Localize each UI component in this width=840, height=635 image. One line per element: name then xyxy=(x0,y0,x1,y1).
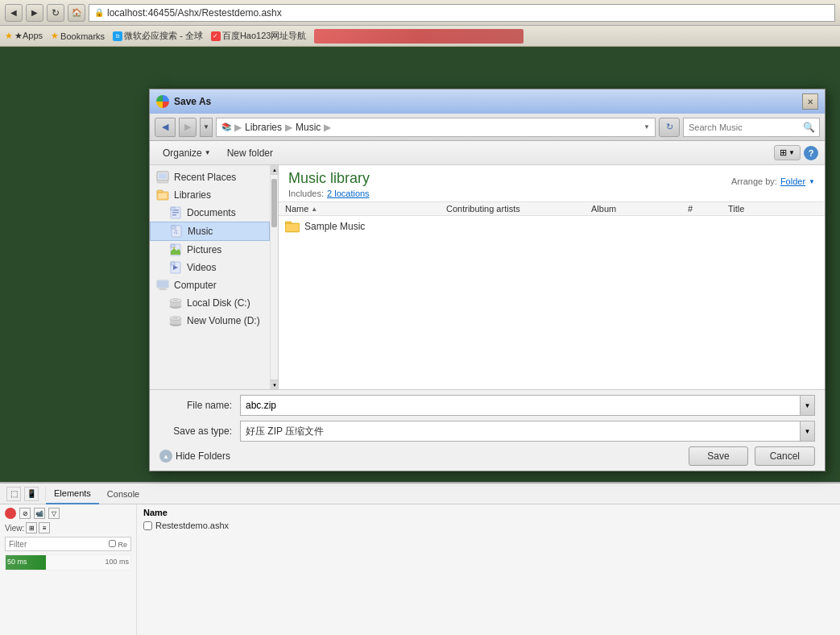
breadcrumb-sep2: ▶ xyxy=(285,122,292,133)
devtools-tab-elements[interactable]: Elements xyxy=(46,484,99,504)
breadcrumb-dropdown[interactable]: ▼ xyxy=(643,123,650,131)
music-icon: ♫ xyxy=(170,225,183,238)
breadcrumb-libraries: Libraries xyxy=(245,122,282,133)
sidebar-scroll-down[interactable]: ▼ xyxy=(271,380,279,389)
dialog-actions: ▲ Hide Folders Save Cancel xyxy=(159,446,815,466)
sidebar-item-music[interactable]: ♫ Music xyxy=(150,222,270,241)
devtools-file-name: Restestdemo.ashx xyxy=(155,521,229,530)
search-box[interactable]: 🔍 xyxy=(683,118,820,137)
home-button[interactable]: 🏠 xyxy=(68,4,85,22)
devtools-pick-icon[interactable]: ⬚ xyxy=(6,487,21,501)
col-artists-header[interactable]: Contributing artists xyxy=(446,204,591,214)
breadcrumb-bar[interactable]: 📚 ▶ Libraries ▶ Music ▶ ▼ xyxy=(216,118,656,137)
col-title-header[interactable]: Title xyxy=(728,204,818,214)
view-toggle-button[interactable]: ⊞ ▼ xyxy=(774,145,801,160)
breadcrumb-music: Music xyxy=(296,122,321,133)
search-input[interactable] xyxy=(689,122,800,132)
devtools-view-toggle[interactable]: ⊞ xyxy=(26,522,37,533)
devtools-file-item[interactable]: Restestdemo.ashx xyxy=(143,520,834,531)
organize-button[interactable]: Organize ▼ xyxy=(156,146,217,160)
nav-forward-button[interactable]: ▶ xyxy=(179,118,197,137)
hide-folders-arrow-icon: ▲ xyxy=(159,450,172,463)
devtools-mobile-icon[interactable]: 📱 xyxy=(24,487,39,501)
sort-arrow-icon: ▲ xyxy=(311,205,317,213)
library-title: Music library xyxy=(288,170,370,187)
nav-back-button[interactable]: ◀ xyxy=(155,118,176,137)
devtools-camera-btn[interactable]: 📹 xyxy=(34,508,45,519)
reload-button[interactable]: ↻ xyxy=(47,4,64,22)
arrange-dropdown-icon[interactable]: ▼ xyxy=(809,178,815,185)
filename-row: File name: ▼ xyxy=(159,395,815,416)
close-icon: ✕ xyxy=(807,98,813,106)
col-album-header[interactable]: Album xyxy=(591,204,688,214)
devtools-record-btn[interactable] xyxy=(5,508,16,519)
col-hash-header[interactable]: # xyxy=(688,204,728,214)
documents-icon xyxy=(169,206,182,219)
sidebar-item-documents[interactable]: Documents xyxy=(150,204,270,222)
sidebar-scroll-up[interactable]: ▲ xyxy=(271,165,279,175)
table-row[interactable]: Sample Music xyxy=(279,218,825,235)
svg-point-27 xyxy=(173,300,178,301)
dialog-title: Save As xyxy=(174,96,211,107)
devtools-panel: ⬚ 📱 Elements Console ⊘ 📹 ▽ View: xyxy=(0,482,840,635)
organize-chevron: ▼ xyxy=(205,149,211,156)
computer-icon xyxy=(156,279,169,292)
devtools-name-col: Name xyxy=(143,508,168,517)
devtools-filter-btn[interactable]: ▽ xyxy=(48,508,60,519)
includes-label: Includes: xyxy=(288,189,324,198)
arrange-value[interactable]: Folder xyxy=(780,176,805,186)
sidebar-item-recent-places[interactable]: Recent Places xyxy=(150,168,270,186)
svg-point-31 xyxy=(173,318,178,319)
svg-rect-13 xyxy=(172,226,176,229)
back-button[interactable]: ◀ xyxy=(5,4,23,22)
svg-rect-10 xyxy=(171,207,175,210)
new-folder-button[interactable]: New folder xyxy=(221,146,279,160)
arrange-label: Arrange by: xyxy=(731,176,777,186)
savetype-dropdown-arrow[interactable]: ▼ xyxy=(800,421,814,441)
sidebar-item-libraries[interactable]: Libraries xyxy=(150,186,270,204)
devtools-view-btn2[interactable]: ≡ xyxy=(39,522,50,533)
svg-rect-9 xyxy=(172,214,176,216)
url-text: localhost:46455/Ashx/Restestdemo.ashx xyxy=(107,7,282,19)
sidebar-item-computer[interactable]: Computer xyxy=(150,276,270,294)
filename-input[interactable] xyxy=(241,396,800,415)
breadcrumb-sep1: ▶ xyxy=(234,122,242,133)
filename-dropdown-arrow[interactable]: ▼ xyxy=(800,396,814,415)
sidebar-item-local-disk-c[interactable]: Local Disk (C:) xyxy=(150,294,270,312)
bookmarks-item[interactable]: ★Bookmarks xyxy=(51,31,105,41)
file-list: Sample Music xyxy=(279,216,825,389)
disk-d-icon xyxy=(169,314,182,327)
devtools-filter-input[interactable]: Re xyxy=(5,537,131,551)
sidebar-item-new-volume-d[interactable]: New Volume (D:) xyxy=(150,312,270,330)
address-bar[interactable]: 🔒 localhost:46455/Ashx/Restestdemo.ashx xyxy=(89,4,835,22)
breadcrumb-libraries-icon: 📚 xyxy=(221,122,231,131)
pictures-icon xyxy=(169,243,182,256)
devtools-clear-btn[interactable]: ⊘ xyxy=(19,508,31,519)
apps-bookmark[interactable]: ★★Apps xyxy=(5,31,43,41)
devtools-tab-console[interactable]: Console xyxy=(99,484,147,504)
breadcrumb-sep3: ▶ xyxy=(324,122,331,133)
sidebar-item-videos[interactable]: Videos xyxy=(150,259,270,276)
bing-bookmark[interactable]: b 微软必应搜索 - 全球 xyxy=(113,30,203,42)
help-button[interactable]: ? xyxy=(804,146,818,160)
svg-rect-8 xyxy=(172,212,179,214)
view-chevron: ▼ xyxy=(788,149,795,156)
dialog-titlebar: Save As ✕ xyxy=(150,89,825,114)
includes-count[interactable]: 2 locations xyxy=(327,189,370,198)
sidebar: Recent Places Libraries xyxy=(150,165,279,389)
view-icon: ⊞ xyxy=(780,147,787,158)
cancel-button[interactable]: Cancel xyxy=(755,446,815,466)
hide-folders-button[interactable]: ▲ Hide Folders xyxy=(159,450,230,463)
sidebar-item-pictures[interactable]: Pictures xyxy=(150,241,270,259)
save-button[interactable]: Save xyxy=(689,446,747,466)
dialog-nav-bar: ◀ ▶ ▼ 📚 ▶ Libraries ▶ Music ▶ ▼ ↻ 🔍 xyxy=(150,114,825,141)
dialog-close-button[interactable]: ✕ xyxy=(802,93,818,110)
hao123-bookmark[interactable]: ✓ 百度Hao123网址导航 xyxy=(211,30,307,42)
videos-icon xyxy=(169,261,182,274)
col-name-header[interactable]: Name ▲ xyxy=(285,204,446,214)
forward-button[interactable]: ▶ xyxy=(26,4,43,22)
nav-dropdown-button[interactable]: ▼ xyxy=(200,118,213,137)
nav-refresh-button[interactable]: ↻ xyxy=(659,118,680,137)
save-as-dialog: Save As ✕ ◀ ▶ ▼ 📚 ▶ Libraries ▶ Music ▶ … xyxy=(149,89,826,471)
timeline-100ms: 100 ms xyxy=(105,558,129,566)
